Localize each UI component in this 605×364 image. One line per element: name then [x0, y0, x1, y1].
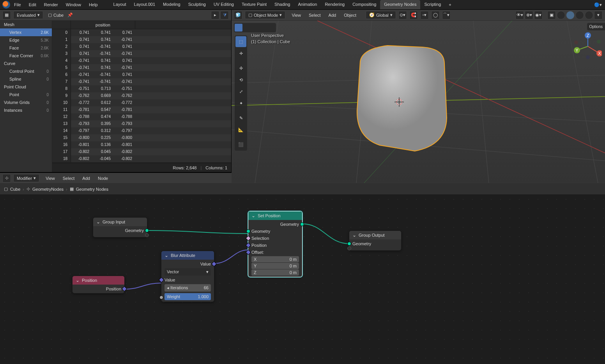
- domain-item[interactable]: Control Point0: [0, 67, 52, 75]
- table-row[interactable]: 18-0.802-0.045-0.802: [52, 155, 231, 162]
- domain-item[interactable]: Volume Grids0: [0, 98, 52, 106]
- gizmo-toggle-icon[interactable]: ⊕▾: [525, 11, 533, 19]
- select-box-tool-icon[interactable]: ⬚: [235, 36, 246, 47]
- snap-icon[interactable]: 🧲: [409, 11, 418, 19]
- view-object-types-icon[interactable]: 👁▾: [515, 11, 524, 19]
- navigation-gizmo[interactable]: X Y Z: [574, 32, 602, 60]
- solid-shading-icon[interactable]: [566, 11, 575, 19]
- node-menu[interactable]: View: [42, 174, 59, 182]
- editor-type-icon[interactable]: ▦: [2, 11, 11, 19]
- shading-options-icon[interactable]: ▾: [594, 11, 603, 19]
- table-row[interactable]: 00.7410.7410.741: [52, 29, 231, 36]
- offset-x-field[interactable]: X0 m: [251, 256, 299, 262]
- pivot-icon[interactable]: ⊙▾: [398, 11, 407, 19]
- table-row[interactable]: 7-0.741-0.741-0.741: [52, 78, 231, 85]
- selection-filter-icon[interactable]: ▸: [211, 11, 219, 19]
- domain-item[interactable]: Edge5.3K: [0, 36, 52, 44]
- viewport-menu[interactable]: Object: [340, 11, 360, 19]
- pin-icon[interactable]: 📌: [67, 12, 73, 18]
- select-mode-intersect-icon[interactable]: [267, 24, 275, 32]
- workspace-tab[interactable]: UV Editing: [210, 0, 238, 9]
- proportional-icon[interactable]: ◯: [431, 11, 440, 19]
- editor-type-icon[interactable]: ⊹: [2, 174, 11, 183]
- domain-item[interactable]: Point0: [0, 91, 52, 98]
- domain-item[interactable]: Point Cloud: [0, 83, 52, 91]
- xray-icon[interactable]: ▣: [547, 11, 556, 19]
- node-group-output[interactable]: Group Output Geometry: [349, 230, 402, 251]
- interaction-mode-dropdown[interactable]: ▢ Object Mode ▾: [245, 11, 285, 19]
- orientation-dropdown[interactable]: 🧭 Global ▾: [366, 11, 396, 19]
- snap-options-icon[interactable]: ▫▾: [420, 11, 429, 19]
- menu-edit[interactable]: Edit: [25, 1, 40, 9]
- rendered-shading-icon[interactable]: [585, 11, 593, 19]
- menu-window[interactable]: Window: [62, 1, 85, 9]
- table-row[interactable]: 16-0.8010.136-0.801: [52, 141, 231, 148]
- viewport-canvas[interactable]: [232, 21, 605, 183]
- domain-item[interactable]: Face2.6K: [0, 44, 52, 52]
- node-position[interactable]: Position Position: [72, 276, 125, 294]
- annotate-tool-icon[interactable]: ✎: [235, 113, 246, 123]
- table-row[interactable]: 11-0.7810.547-0.781: [52, 106, 231, 113]
- menu-file[interactable]: File: [10, 1, 25, 9]
- proportional-options-icon[interactable]: ⌒▾: [442, 11, 451, 19]
- node-canvas[interactable]: Group Input Geometry Position Position B…: [0, 195, 605, 364]
- table-row[interactable]: 15-0.8000.225-0.800: [52, 134, 231, 141]
- add-workspace-button[interactable]: +: [445, 0, 455, 9]
- workspace-tab[interactable]: Modeling: [159, 0, 184, 9]
- node-blur-attribute[interactable]: Blur Attribute Value Vector▾ Value ◂ Ite…: [161, 251, 214, 302]
- options-panel-tab[interactable]: Options: [587, 23, 605, 30]
- table-row[interactable]: 5-0.7410.741-0.741: [52, 64, 231, 71]
- evaluation-mode-dropdown[interactable]: Evaluated ▾: [13, 11, 43, 19]
- table-row[interactable]: 10-0.7720.612-0.772: [52, 99, 231, 106]
- table-row[interactable]: 6-0.741-0.7410.741: [52, 71, 231, 78]
- select-mode-invert-icon[interactable]: [259, 24, 267, 32]
- node-set-position[interactable]: Set Position Geometry Geometry Selection…: [248, 211, 302, 277]
- domain-item[interactable]: Curve: [0, 60, 52, 67]
- workspace-tab[interactable]: Animation: [294, 0, 321, 9]
- domain-item[interactable]: Face Corner0.6K: [0, 52, 52, 60]
- viewport-menu[interactable]: Select: [305, 11, 325, 19]
- table-row[interactable]: 12-0.7880.474-0.788: [52, 113, 231, 120]
- rotate-tool-icon[interactable]: ⟲: [235, 74, 246, 85]
- workspace-tab[interactable]: Scripting: [420, 0, 445, 9]
- workspace-tab[interactable]: Geometry Nodes: [380, 0, 420, 9]
- iterations-field[interactable]: ◂ Iterations66: [165, 284, 211, 292]
- domain-item[interactable]: Vertex2.6K: [0, 28, 52, 36]
- table-row[interactable]: 10.7410.741-0.741: [52, 36, 231, 43]
- material-shading-icon[interactable]: [575, 11, 584, 19]
- table-row[interactable]: 8-0.7510.713-0.751: [52, 85, 231, 92]
- breadcrumb-item[interactable]: GeometryNodes: [32, 187, 64, 192]
- node-menu[interactable]: Node: [94, 174, 112, 182]
- workspace-tab[interactable]: Layout.001: [130, 0, 159, 9]
- breadcrumb-item[interactable]: Cube: [10, 187, 20, 192]
- workspace-tab[interactable]: Texture Paint: [238, 0, 271, 9]
- workspace-tab[interactable]: Rendering: [321, 0, 348, 9]
- editor-type-icon[interactable]: 🧊: [234, 11, 242, 19]
- table-row[interactable]: 30.741-0.741-0.741: [52, 50, 231, 57]
- cursor-tool-icon[interactable]: ✛: [235, 48, 246, 59]
- workspace-tab[interactable]: Shading: [271, 0, 294, 9]
- workspace-tab[interactable]: Compositing: [348, 0, 380, 9]
- table-row[interactable]: 4-0.7410.7410.741: [52, 57, 231, 64]
- menu-help[interactable]: Help: [85, 1, 102, 9]
- wireframe-shading-icon[interactable]: [557, 11, 565, 19]
- overlays-toggle-icon[interactable]: ◉▾: [534, 11, 543, 19]
- select-mode-subtract-icon[interactable]: [251, 24, 259, 32]
- workspace-tab[interactable]: Layout: [110, 0, 130, 9]
- measure-tool-icon[interactable]: 📐: [235, 124, 246, 135]
- table-row[interactable]: 14-0.7970.312-0.797: [52, 127, 231, 134]
- weight-field[interactable]: Weight1.000: [165, 293, 211, 300]
- viewport-3d[interactable]: 🧊 ▢ Object Mode ▾ ViewSelectAddObject 🧭 …: [232, 10, 605, 172]
- blur-type-dropdown[interactable]: Vector▾: [165, 268, 211, 276]
- table-row[interactable]: 20.741-0.7410.741: [52, 43, 231, 50]
- breadcrumb-item[interactable]: Geometry Nodes: [76, 187, 108, 192]
- viewport-menu[interactable]: View: [288, 11, 305, 19]
- table-row[interactable]: 17-0.8020.045-0.802: [52, 148, 231, 155]
- move-tool-icon[interactable]: ✢: [235, 63, 246, 74]
- filter-icon[interactable]: ⧩: [220, 11, 229, 19]
- transform-tool-icon[interactable]: ✦: [235, 98, 246, 109]
- table-row[interactable]: 9-0.7620.669-0.762: [52, 92, 231, 99]
- offset-y-field[interactable]: Y0 m: [251, 263, 299, 269]
- node-menu[interactable]: Select: [59, 174, 79, 182]
- scene-indicator-icon[interactable]: 🔵▾: [594, 2, 602, 7]
